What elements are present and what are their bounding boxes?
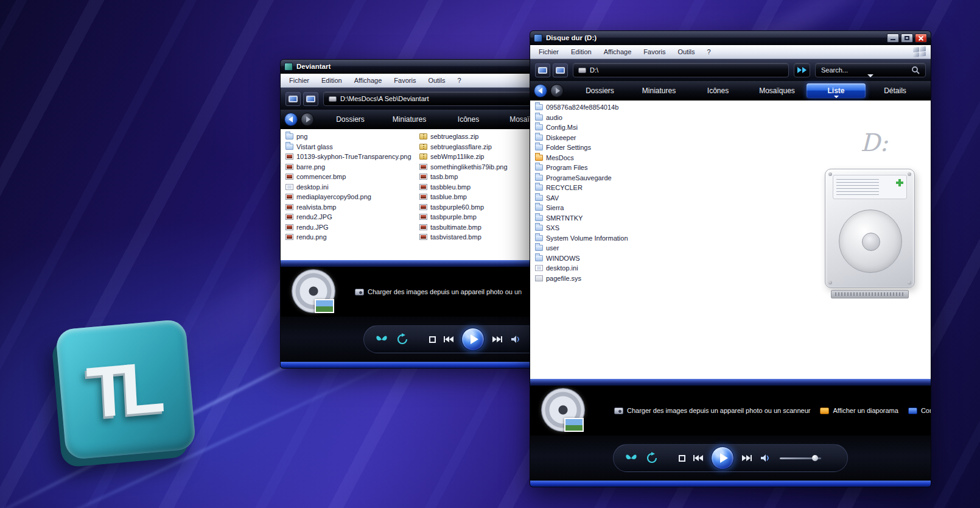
menu-item[interactable]: ?: [707, 48, 711, 55]
computer-icon-button[interactable]: [285, 92, 301, 106]
explore-icon-button[interactable]: [553, 63, 568, 77]
next-button[interactable]: [742, 455, 752, 461]
stop-button[interactable]: [679, 455, 685, 462]
computer-icon-button[interactable]: [535, 63, 550, 77]
file-item[interactable]: realvista.bmp: [281, 202, 415, 213]
menu-item[interactable]: Affichage: [604, 48, 632, 55]
back-arrow-icon: [289, 116, 293, 122]
volume-knob[interactable]: [812, 455, 818, 461]
file-item[interactable]: Vistart glass: [281, 142, 415, 152]
volume-slider[interactable]: [780, 457, 821, 459]
file-icon: [419, 194, 427, 200]
forward-arrow-icon: [556, 88, 560, 94]
maximize-button[interactable]: [901, 34, 913, 43]
file-name: pagefile.sys: [546, 275, 581, 282]
menu-item[interactable]: Affichage: [354, 77, 382, 84]
restart-icon[interactable]: [396, 333, 408, 345]
media-controls-bar: [613, 444, 848, 472]
view-tab[interactable]: Miniatures: [380, 112, 439, 127]
file-item[interactable]: barre.png: [281, 162, 415, 172]
menu-item[interactable]: Favoris: [394, 77, 416, 84]
menu-item[interactable]: ?: [458, 77, 461, 84]
file-icon: [285, 204, 293, 210]
view-tab[interactable]: Mosaïques: [747, 83, 807, 98]
minimize-button[interactable]: [887, 34, 899, 43]
file-name: png: [296, 133, 307, 140]
view-tab[interactable]: Détails: [866, 83, 925, 98]
close-button[interactable]: [915, 34, 927, 43]
menu-item[interactable]: Outils: [677, 48, 695, 55]
view-tab[interactable]: Icônes: [439, 112, 498, 127]
task-icon: [820, 407, 829, 414]
task-link[interactable]: Charger des images depuis un appareil ph…: [614, 407, 810, 414]
forward-button[interactable]: [550, 84, 564, 97]
file-item[interactable]: desktop.ini: [281, 182, 415, 192]
file-icon: [535, 185, 543, 191]
task-link[interactable]: Comm: [908, 407, 931, 414]
forward-button[interactable]: [301, 113, 314, 126]
hard-drive-connector: [831, 290, 909, 298]
task-label: Charger des images depuis un appareil ph…: [627, 407, 810, 414]
menu-item[interactable]: Edition: [321, 77, 342, 84]
tl-logo-text: TL: [85, 345, 167, 434]
file-name: tasbultimate.bmp: [430, 224, 481, 231]
file-name: rendu.png: [296, 233, 327, 241]
file-name: somethinglikethis79ib.png: [430, 163, 508, 171]
task-link[interactable]: Afficher un diaporama: [820, 407, 898, 414]
butterfly-icon[interactable]: [625, 453, 638, 464]
task-label: Comm: [921, 407, 931, 414]
next-button[interactable]: [492, 336, 502, 342]
file-item[interactable]: audio: [530, 113, 931, 123]
view-tab[interactable]: Miniatures: [629, 83, 688, 98]
file-icon: [285, 174, 293, 180]
file-icon: [285, 153, 293, 160]
hard-drive-platter: [839, 210, 902, 273]
menu-item[interactable]: Favoris: [643, 48, 665, 55]
view-tab[interactable]: Dossiers: [570, 83, 629, 98]
play-button[interactable]: [711, 446, 734, 470]
titlebar[interactable]: Disque dur (D:): [530, 31, 931, 45]
file-item[interactable]: rendu.JPG: [281, 222, 415, 233]
cd-icon: [292, 269, 340, 316]
menu-item[interactable]: Fichier: [289, 77, 309, 84]
file-name: SAV: [546, 194, 559, 202]
file-icon: [535, 255, 543, 261]
windows-logo-icon: [913, 46, 926, 57]
back-button[interactable]: [534, 84, 547, 97]
file-item[interactable]: png: [281, 132, 415, 142]
stop-button[interactable]: [429, 336, 436, 343]
go-button[interactable]: [794, 63, 810, 77]
view-tab[interactable]: Dossiers: [321, 112, 380, 127]
file-name: SMRTNTKY: [546, 214, 583, 222]
hard-drive-label: [833, 175, 907, 199]
task-link[interactable]: Charger des images depuis un appareil ph…: [355, 288, 522, 295]
view-tab[interactable]: Liste: [807, 83, 866, 98]
file-item[interactable]: rendu2.JPG: [281, 212, 415, 222]
menu-item[interactable]: Fichier: [539, 48, 559, 55]
file-item[interactable]: commencer.bmp: [281, 172, 415, 182]
address-input[interactable]: D:\: [573, 63, 789, 77]
file-name: tasbbleu.bmp: [430, 183, 471, 191]
file-icon: [285, 133, 293, 139]
task-label: Charger des images depuis un appareil ph…: [368, 288, 522, 295]
horizontal-scrollbar[interactable]: [530, 379, 931, 386]
address-text: D:\MesDocs\A Seb\Deviantart: [340, 95, 429, 102]
file-item[interactable]: 10139-skyphon-TrueTransparency.png: [281, 152, 415, 162]
explore-icon-button[interactable]: [303, 92, 318, 106]
restart-icon[interactable]: [646, 452, 658, 464]
back-button[interactable]: [284, 113, 298, 126]
speaker-icon[interactable]: [760, 453, 772, 463]
speaker-icon[interactable]: [510, 334, 522, 344]
butterfly-icon[interactable]: [375, 334, 388, 345]
file-item[interactable]: rendu.png: [281, 232, 415, 242]
menu-item[interactable]: Edition: [571, 48, 592, 55]
play-button[interactable]: [461, 328, 485, 351]
previous-button[interactable]: [444, 336, 453, 342]
file-name: WINDOWS: [546, 255, 580, 262]
menu-item[interactable]: Outils: [428, 77, 445, 84]
file-item[interactable]: 095876a824fe8854014b: [530, 102, 931, 113]
search-input[interactable]: Search...: [815, 63, 926, 77]
view-tab[interactable]: Icônes: [688, 83, 747, 98]
previous-button[interactable]: [693, 455, 703, 461]
file-item[interactable]: mediaplayercopy9od.png: [281, 192, 415, 202]
